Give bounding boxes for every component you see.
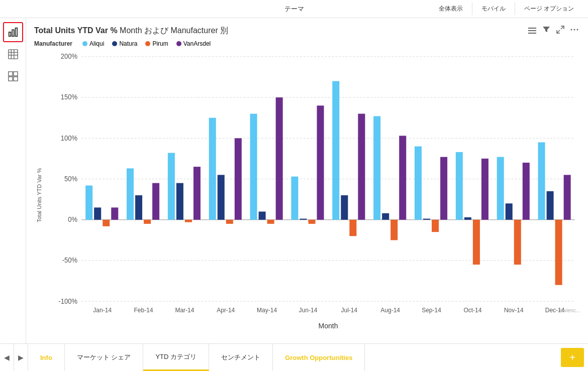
svg-text:Nov-14: Nov-14: [504, 306, 524, 314]
chart-legend: Manufacturer Aliqui Natura Pirum VanArsd…: [34, 40, 580, 47]
attribution: obvienc...: [558, 308, 580, 313]
svg-rect-60: [317, 105, 324, 219]
bar-group-jan14: Jan-14: [85, 186, 118, 314]
svg-rect-79: [473, 220, 480, 265]
legend-aliqui-dot: [82, 41, 87, 46]
tab-growth-opportunities-label: Growth Opportunities: [285, 354, 352, 361]
hamburger-icon[interactable]: [527, 26, 538, 35]
page-options-btn[interactable]: ページ オプション: [515, 3, 583, 15]
svg-point-15: [574, 29, 575, 31]
legend-label: Manufacturer: [34, 40, 72, 47]
svg-text:Aug-14: Aug-14: [380, 306, 400, 314]
svg-text:Apr-14: Apr-14: [217, 306, 235, 314]
svg-rect-73: [423, 219, 430, 220]
svg-text:Jan-14: Jan-14: [93, 306, 112, 314]
svg-text:Feb-14: Feb-14: [134, 306, 153, 314]
svg-rect-48: [218, 175, 225, 219]
chart-plot: .grid-line { stroke: #d0d0d0; stroke-das…: [46, 51, 580, 339]
svg-rect-39: [144, 220, 151, 224]
chart-title-rest: Month および Manufacturer 別: [118, 26, 229, 35]
svg-point-14: [571, 29, 572, 31]
svg-rect-55: [276, 97, 283, 220]
legend-pirum-label: Pirum: [152, 40, 168, 47]
svg-rect-62: [332, 81, 339, 220]
svg-rect-84: [514, 220, 521, 265]
bar-group-aug14: Aug-14: [373, 116, 406, 314]
svg-rect-68: [382, 213, 389, 220]
svg-rect-32: [85, 186, 92, 220]
svg-text:200%: 200%: [61, 53, 77, 61]
svg-rect-8: [8, 72, 12, 76]
svg-rect-52: [250, 114, 257, 220]
svg-rect-87: [538, 142, 545, 219]
svg-rect-40: [152, 183, 159, 220]
svg-rect-75: [440, 157, 447, 220]
tab-sentiment[interactable]: センチメント: [209, 344, 273, 371]
add-tab-button[interactable]: +: [561, 348, 584, 367]
svg-rect-80: [481, 159, 488, 220]
svg-rect-49: [226, 220, 233, 224]
svg-rect-44: [185, 220, 192, 222]
svg-text:100%: 100%: [61, 134, 77, 142]
tab-info[interactable]: Info: [28, 344, 65, 371]
svg-rect-33: [94, 207, 101, 219]
bar-group-oct14: Oct-14: [456, 152, 488, 314]
svg-rect-34: [103, 220, 110, 226]
expand-icon[interactable]: [555, 24, 566, 37]
bar-group-may14: May-14: [250, 97, 283, 314]
svg-text:-100%: -100%: [58, 297, 77, 305]
chart-svg-wrapper: Total Units YTD Var % .grid-line { strok…: [34, 51, 580, 339]
chart-title: Total Units YTD Var % Month および Manufact…: [34, 26, 228, 36]
tab-nav-prev[interactable]: ◀: [0, 344, 14, 372]
svg-rect-59: [308, 220, 315, 224]
svg-rect-11: [13, 77, 17, 81]
bar-group-nov14: Nov-14: [497, 157, 530, 314]
chart-header: Total Units YTD Var % Month および Manufact…: [34, 24, 580, 37]
svg-rect-72: [415, 147, 422, 220]
svg-rect-65: [358, 114, 365, 220]
svg-rect-43: [176, 183, 183, 220]
svg-rect-69: [390, 220, 398, 240]
svg-rect-70: [399, 136, 406, 219]
svg-line-12: [561, 26, 564, 29]
chart-controls: [527, 24, 580, 37]
mobile-btn[interactable]: モバイル: [472, 3, 515, 15]
tab-growth-opportunities[interactable]: Growth Opportunities: [273, 344, 365, 371]
svg-rect-58: [300, 219, 307, 220]
svg-rect-85: [523, 163, 530, 220]
svg-rect-83: [506, 203, 513, 219]
full-view-btn[interactable]: 全体表示: [430, 3, 472, 15]
svg-rect-37: [127, 168, 134, 219]
chart-container: Total Units YTD Var % Month および Manufact…: [26, 18, 588, 343]
svg-rect-0: [9, 32, 11, 36]
tab-sentiment-label: センチメント: [221, 353, 260, 362]
toolbar-center-label: テーマ: [284, 5, 304, 14]
svg-text:Month: Month: [319, 322, 338, 330]
tab-info-label: Info: [40, 354, 52, 361]
legend-natura-label: Natura: [119, 40, 137, 47]
svg-rect-1: [12, 30, 14, 36]
tabs-list: Info マーケット シェア YTD カテゴリ センチメント Growth Op…: [28, 344, 557, 371]
legend-natura-dot: [112, 41, 117, 46]
legend-vanarsdel-label: VanArsdel: [183, 40, 211, 47]
tab-market-share[interactable]: マーケット シェア: [65, 344, 144, 371]
sidebar-bar-chart[interactable]: [3, 22, 23, 42]
bar-group-jul14: Jul-14: [332, 81, 365, 314]
tab-market-share-label: マーケット シェア: [77, 353, 131, 362]
svg-rect-67: [373, 116, 380, 219]
svg-rect-89: [555, 220, 562, 285]
more-options-icon[interactable]: [569, 24, 580, 37]
bar-group-feb14: Feb-14: [127, 168, 159, 314]
tab-nav-next[interactable]: ▶: [14, 344, 28, 372]
svg-rect-74: [432, 220, 439, 232]
sidebar-matrix[interactable]: [3, 66, 23, 86]
svg-text:Jul-14: Jul-14: [341, 306, 357, 314]
svg-text:0%: 0%: [68, 216, 77, 224]
svg-rect-9: [13, 72, 17, 76]
tab-ytd-category[interactable]: YTD カテゴリ: [143, 344, 209, 371]
filter-icon[interactable]: [541, 24, 552, 37]
svg-point-16: [577, 29, 578, 31]
svg-text:Mar-14: Mar-14: [175, 306, 194, 314]
legend-vanarsdel-dot: [176, 41, 181, 46]
sidebar-table[interactable]: [3, 44, 23, 64]
